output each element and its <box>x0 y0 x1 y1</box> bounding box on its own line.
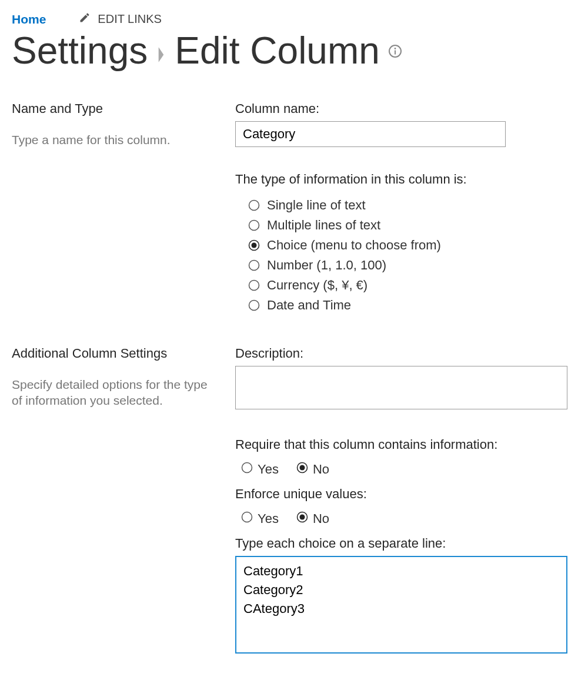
section-title-additional: Additional Column Settings <box>12 346 218 361</box>
svg-point-6 <box>252 243 257 248</box>
description-label: Description: <box>235 346 576 361</box>
unique-no[interactable]: No <box>296 511 329 526</box>
type-radio-group: Single line of text Multiple lines of te… <box>235 195 576 315</box>
type-option-label: Currency ($, ¥, €) <box>267 278 368 293</box>
radio-unchecked-icon <box>248 259 260 271</box>
breadcrumb-settings[interactable]: Settings <box>12 31 148 71</box>
svg-point-8 <box>249 281 259 291</box>
require-yes-label: Yes <box>258 462 279 477</box>
home-link[interactable]: Home <box>12 12 46 26</box>
breadcrumb-edit-column: Edit Column <box>175 31 380 71</box>
radio-unchecked-icon <box>248 279 260 291</box>
type-option-currency[interactable]: Currency ($, ¥, €) <box>235 275 576 295</box>
radio-checked-icon <box>296 462 308 477</box>
svg-point-12 <box>299 465 305 471</box>
type-option-label: Choice (menu to choose from) <box>267 238 441 253</box>
section-additional-settings: Additional Column Settings Specify detai… <box>12 346 576 656</box>
top-nav: Home EDIT LINKS <box>12 12 576 26</box>
svg-point-10 <box>242 463 252 473</box>
unique-yes-label: Yes <box>258 511 279 526</box>
svg-point-13 <box>242 512 252 522</box>
description-input[interactable] <box>235 366 567 409</box>
type-option-date-time[interactable]: Date and Time <box>235 295 576 315</box>
radio-checked-icon <box>248 239 260 251</box>
section-desc-name-type: Type a name for this column. <box>12 132 218 148</box>
section-name-and-type: Name and Type Type a name for this colum… <box>12 101 576 315</box>
edit-links-label: EDIT LINKS <box>98 12 162 26</box>
svg-rect-2 <box>395 50 396 54</box>
require-no[interactable]: No <box>296 462 329 477</box>
radio-unchecked-icon <box>248 199 260 211</box>
unique-label: Enforce unique values: <box>235 486 576 502</box>
type-option-multiple-lines[interactable]: Multiple lines of text <box>235 215 576 235</box>
require-no-label: No <box>313 462 329 477</box>
type-option-single-line[interactable]: Single line of text <box>235 195 576 215</box>
svg-point-4 <box>249 221 259 231</box>
require-radio-group: Yes No <box>235 457 576 478</box>
type-option-number[interactable]: Number (1, 1.0, 100) <box>235 255 576 275</box>
radio-checked-icon <box>296 511 308 526</box>
type-option-choice[interactable]: Choice (menu to choose from) <box>235 235 576 255</box>
require-yes[interactable]: Yes <box>241 462 279 477</box>
radio-unchecked-icon <box>248 219 260 231</box>
type-option-label: Number (1, 1.0, 100) <box>267 258 386 273</box>
svg-point-7 <box>249 261 259 271</box>
unique-yes[interactable]: Yes <box>241 511 279 526</box>
radio-unchecked-icon <box>248 299 260 311</box>
radio-unchecked-icon <box>241 511 253 526</box>
section-desc-additional: Specify detailed options for the type of… <box>12 376 218 409</box>
pencil-icon <box>79 12 91 26</box>
radio-unchecked-icon <box>241 462 253 477</box>
type-label: The type of information in this column i… <box>235 172 576 187</box>
edit-links-button[interactable]: EDIT LINKS <box>79 12 162 26</box>
svg-point-3 <box>249 201 259 211</box>
type-option-label: Multiple lines of text <box>267 218 380 233</box>
svg-point-15 <box>299 515 305 520</box>
unique-no-label: No <box>313 511 329 526</box>
column-name-input[interactable] <box>235 121 506 147</box>
svg-point-9 <box>249 301 259 311</box>
page-title: Settings Edit Column <box>12 31 576 71</box>
require-label: Require that this column contains inform… <box>235 437 576 452</box>
type-option-label: Date and Time <box>267 298 351 313</box>
svg-point-1 <box>394 48 396 49</box>
choices-input[interactable] <box>235 556 567 654</box>
column-name-label: Column name: <box>235 101 576 116</box>
info-icon[interactable] <box>388 44 402 58</box>
unique-radio-group: Yes No <box>235 506 576 528</box>
section-title-name-type: Name and Type <box>12 101 218 116</box>
type-option-label: Single line of text <box>267 198 366 213</box>
breadcrumb-separator-icon <box>156 31 166 71</box>
choices-label: Type each choice on a separate line: <box>235 536 576 551</box>
